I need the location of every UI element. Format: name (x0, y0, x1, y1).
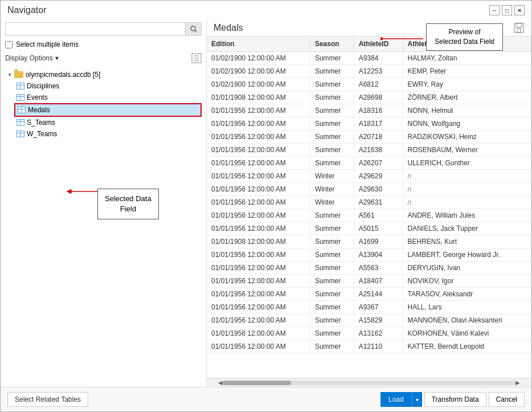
table-label-disciplines: Disciplines (27, 82, 59, 90)
table-cell: A6812 (354, 78, 403, 91)
table-item-medals[interactable]: Medals (14, 103, 202, 117)
table-cell: HALL, Lars (403, 301, 531, 314)
table-cell: Summer (310, 222, 354, 235)
scroll-thumb (223, 381, 291, 385)
table-cell: 01/01/1956 12:00:00 AM (207, 170, 310, 183)
table-cell: A12110 (354, 340, 403, 353)
table-icon-steams (17, 119, 24, 126)
search-box (5, 22, 202, 36)
table-cell: 01/01/1956 12:00:00 AM (207, 183, 310, 196)
table-item-events[interactable]: Events (14, 92, 202, 103)
select-related-tables-button[interactable]: Select Related Tables (7, 392, 88, 407)
col-season: Season (310, 36, 354, 52)
table-item-disciplines[interactable]: Disciplines (14, 80, 202, 92)
table-cell: ROSENBAUM, Werner (403, 144, 531, 157)
cancel-button[interactable]: Cancel (489, 392, 525, 407)
table-cell: 01/01/1956 12:00:00 AM (207, 130, 310, 144)
navigator-window: Navigator ─ □ ✕ Select mult (0, 0, 532, 412)
scroll-right-arrow[interactable]: ▶ (515, 380, 520, 386)
table-label-medals: Medals (28, 106, 50, 114)
table-cell: Summer (310, 78, 354, 91)
table-row: 01/01/1956 12:00:00 AMWinterA29629n (207, 170, 531, 183)
table-cell: 01/01/1956 12:00:00 AM (207, 327, 310, 340)
table-cell: 01/02/1900 12:00:00 AM (207, 78, 310, 91)
table-row: 01/02/1900 12:00:00 AMSummerA9384HALMAY,… (207, 52, 531, 65)
table-cell: 01/01/1956 12:00:00 AM (207, 301, 310, 314)
load-button[interactable]: Load (380, 392, 412, 407)
table-cell: Summer (310, 144, 354, 157)
search-input[interactable] (6, 23, 185, 35)
select-multiple-row: Select multiple items (5, 40, 202, 48)
table-item-wteams[interactable]: W_Teams (14, 128, 202, 140)
table-row: 01/01/1956 12:00:00 AMSummerA561ANDRE, W… (207, 209, 531, 222)
table-cell: Summer (310, 314, 354, 327)
table-cell: Summer (310, 65, 354, 78)
table-cell: 01/01/1956 12:00:00 AM (207, 275, 310, 288)
table-cell: A12253 (354, 65, 403, 78)
table-cell: 01/02/1900 12:00:00 AM (207, 52, 310, 65)
search-button[interactable] (185, 23, 201, 35)
main-content: Select multiple items Display Options ▾ (1, 18, 531, 387)
table-cell: A29630 (354, 183, 403, 196)
minimize-button[interactable]: ─ (489, 5, 500, 15)
table-icon-medals (18, 107, 26, 113)
table-cell: EWRY, Ray (403, 78, 531, 91)
preview-arrow (380, 30, 426, 47)
scroll-left-arrow[interactable]: ◀ (218, 380, 223, 386)
selected-field-callout-text: Selected DataField (105, 194, 152, 213)
table-row: 01/01/1956 12:00:00 AMSummerA9367HALL, L… (207, 301, 531, 314)
bottom-bar: Select Related Tables Load ▾ Transform D… (1, 387, 531, 411)
svg-line-1 (195, 30, 197, 32)
horizontal-scrollbar[interactable]: ◀ ▶ (207, 378, 531, 387)
table-row: 01/01/1956 12:00:00 AMSummerA18317NONN, … (207, 117, 531, 130)
callout-arrow-left (66, 183, 100, 200)
tree-children: Disciplines Events Medals S_Teams (5, 80, 202, 140)
table-cell: 01/01/1956 12:00:00 AM (207, 262, 310, 275)
table-scroll[interactable]: Edition Season AthleteID Athlete 01/02/1… (207, 36, 531, 378)
table-cell: Summer (310, 327, 354, 340)
table-cell: Summer (310, 104, 354, 117)
table-cell: A29629 (354, 170, 403, 183)
table-cell: 01/01/1956 12:00:00 AM (207, 196, 310, 209)
table-item-steams[interactable]: S_Teams (14, 117, 202, 128)
svg-rect-9 (517, 28, 521, 32)
table-cell: NOVIKOV, Igor (403, 275, 531, 288)
table-cell: Summer (310, 130, 354, 144)
table-cell: KEMP, Peter (403, 65, 531, 78)
load-dropdown-button[interactable]: ▾ (412, 392, 422, 407)
table-cell: ZÖRNER, Albert (403, 91, 531, 104)
table-cell: A561 (354, 209, 403, 222)
table-label-events: Events (27, 93, 48, 101)
table-cell: Summer (310, 157, 354, 170)
table-icon-disciplines (17, 83, 24, 89)
expand-arrow-icon: ▼ (7, 72, 12, 77)
maximize-button[interactable]: □ (502, 5, 512, 15)
display-options-button[interactable]: Display Options ▾ (5, 54, 59, 62)
title-bar: Navigator ─ □ ✕ (1, 1, 531, 18)
close-button[interactable]: ✕ (514, 5, 525, 15)
folder-icon (14, 71, 23, 78)
table-label-steams: S_Teams (27, 119, 55, 127)
table-cell: A18316 (354, 104, 403, 117)
table-cell: A9384 (354, 52, 403, 65)
save-icon (513, 22, 525, 34)
table-cell: A26207 (354, 157, 403, 170)
scroll-track (223, 381, 515, 385)
search-icon (190, 26, 197, 32)
select-multiple-checkbox[interactable] (5, 41, 13, 48)
table-cell: RADZIKOWSKI, Heinz (403, 130, 531, 144)
table-cell: 01/01/1956 12:00:00 AM (207, 340, 310, 353)
table-cell: HALMAY, Zoltan (403, 52, 531, 65)
table-cell: ULLERICH, Gunther (403, 157, 531, 170)
svg-rect-7 (514, 23, 523, 32)
table-row: 01/01/1956 12:00:00 AMSummerA18407NOVIKO… (207, 275, 531, 288)
table-cell: LAMBERT, George Howard Jr. (403, 248, 531, 262)
table-cell: Summer (310, 262, 354, 275)
transform-data-button[interactable]: Transform Data (424, 392, 486, 407)
table-row: 01/01/1956 12:00:00 AMSummerA26207ULLERI… (207, 157, 531, 170)
table-cell: Summer (310, 288, 354, 301)
table-row: 01/01/1908 12:00:00 AMSummerA28698ZÖRNER… (207, 91, 531, 104)
table-cell: A5563 (354, 262, 403, 275)
svg-rect-8 (516, 23, 522, 27)
table-cell: A18407 (354, 275, 403, 288)
